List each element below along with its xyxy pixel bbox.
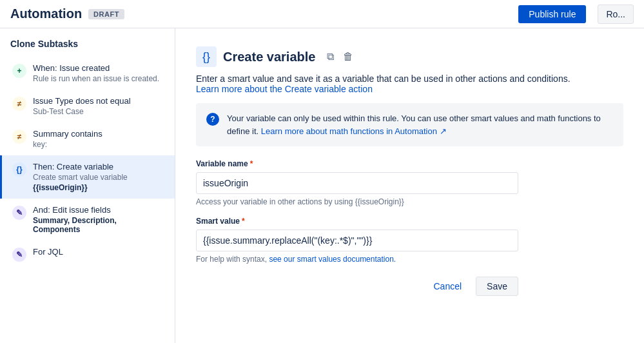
step-label-edit-issue: And: Edit issue fields	[33, 205, 164, 215]
step-icon-issue-type: ≠	[12, 97, 26, 111]
info-icon: ?	[206, 113, 219, 126]
step-icon-create-variable: {}	[12, 162, 26, 177]
app-title: Automation	[10, 6, 82, 21]
step-icon-summary: ≠	[12, 130, 26, 144]
panel-description: Enter a smart value and save it as a var…	[196, 74, 623, 94]
smart-value-input[interactable]	[196, 230, 518, 251]
step-icon-when: +	[12, 64, 26, 78]
step-desc-when: Rule is run when an issue is created.	[33, 74, 164, 83]
required-star-name: *	[250, 159, 253, 168]
sidebar-title: Clone Subtasks	[0, 28, 175, 57]
variable-name-label: Variable name *	[196, 159, 623, 168]
smart-values-doc-link[interactable]: see our smart values documentation.	[269, 255, 396, 264]
sidebar-item-issue-type[interactable]: ≠ Issue Type does not equal Sub-Test Cas…	[0, 90, 175, 122]
sidebar-item-edit-issue[interactable]: ✎ And: Edit issue fields Summary, Descri…	[0, 199, 175, 240]
rollback-button[interactable]: Ro...	[598, 5, 634, 24]
step-desc-edit-issue: Summary, Description, Components	[33, 216, 164, 234]
delete-button[interactable]: 🗑	[340, 50, 356, 64]
smart-value-field-group: Smart value * For help with syntax, see …	[196, 217, 623, 264]
step-desc-summary: key:	[33, 140, 164, 149]
step-label-for-jql: For JQL	[33, 247, 164, 257]
variable-name-field-group: Variable name * Access your variable in …	[196, 159, 623, 206]
step-desc-create-variable-2: {{issueOrigin}}	[33, 183, 164, 192]
smart-value-label: Smart value *	[196, 217, 623, 226]
smart-value-hint: For help with syntax, see our smart valu…	[196, 255, 623, 264]
required-star-smart: *	[242, 217, 245, 226]
main-content: {} Create variable ⧉ 🗑 Enter a smart val…	[175, 28, 644, 343]
step-icon-for-jql: ✎	[12, 248, 26, 262]
step-label-when: When: Issue created	[33, 63, 164, 73]
panel-header: {} Create variable ⧉ 🗑	[196, 46, 623, 67]
sidebar: Clone Subtasks + When: Issue created Rul…	[0, 28, 175, 343]
step-desc-issue-type: Sub-Test Case	[33, 107, 164, 116]
sidebar-item-create-variable[interactable]: {} Then: Create variable Create smart va…	[0, 155, 175, 199]
create-variable-learn-more-link[interactable]: Learn more about the Create variable act…	[196, 84, 373, 94]
panel-title: Create variable	[223, 50, 315, 64]
create-variable-icon: {}	[196, 46, 217, 67]
draft-badge: DRAFT	[88, 9, 124, 19]
step-icon-edit-issue: ✎	[12, 206, 26, 220]
publish-button[interactable]: Publish rule	[518, 5, 586, 23]
sidebar-item-when-issue-created[interactable]: + When: Issue created Rule is run when a…	[0, 57, 175, 90]
copy-button[interactable]: ⧉	[324, 50, 337, 64]
step-label-summary: Summary contains	[33, 129, 164, 139]
info-text: Your variable can only be used within th…	[227, 112, 613, 137]
step-desc-create-variable-1: Create smart value variable	[33, 173, 164, 182]
info-box: ? Your variable can only be used within …	[196, 103, 623, 146]
variable-name-input[interactable]	[196, 172, 518, 194]
sidebar-item-for-jql[interactable]: ✎ For JQL	[0, 240, 175, 268]
sidebar-item-summary-contains[interactable]: ≠ Summary contains key:	[0, 122, 175, 155]
save-button[interactable]: Save	[476, 277, 518, 296]
main-layout: Clone Subtasks + When: Issue created Rul…	[0, 28, 644, 343]
step-label-create-variable: Then: Create variable	[33, 162, 164, 172]
cancel-button[interactable]: Cancel	[425, 277, 469, 296]
math-functions-link[interactable]: Learn more about math functions in Autom…	[261, 126, 447, 136]
step-label-issue-type: Issue Type does not equal	[33, 96, 164, 106]
form-footer: Cancel Save	[196, 277, 518, 296]
variable-name-hint: Access your variable in other actions by…	[196, 197, 623, 206]
app-header: Automation DRAFT Publish rule Ro...	[0, 0, 644, 28]
